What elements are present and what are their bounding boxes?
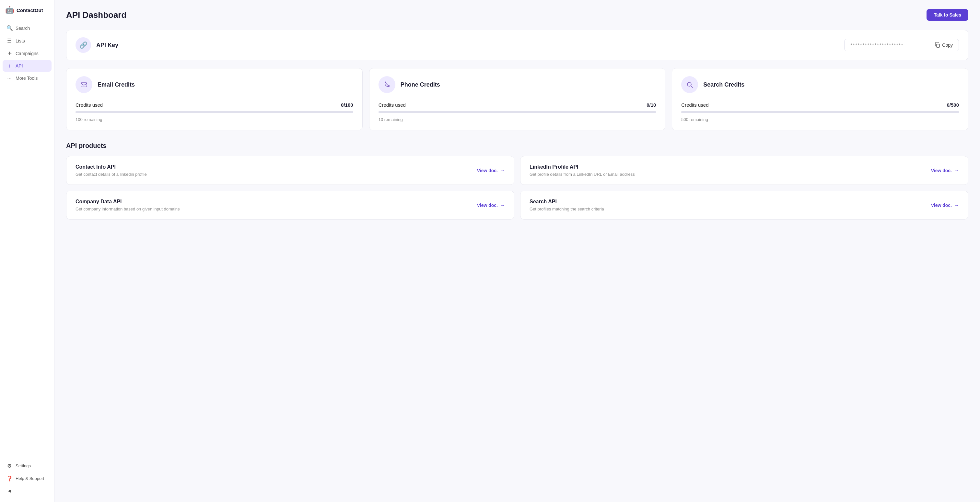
nav-label-search: Search <box>16 25 30 31</box>
product-name-contact-info-api: Contact Info API <box>75 164 147 170</box>
product-info-contact-info-api: Contact Info API Get contact details of … <box>75 164 147 177</box>
api-key-right: Copy <box>844 39 959 51</box>
nav-icon-more-tools: ··· <box>6 75 12 81</box>
credit-icon-email <box>75 76 92 93</box>
page-header: API Dashboard Talk to Sales <box>66 9 968 21</box>
credit-used-value-phone: 0/10 <box>646 102 656 108</box>
bottom-label-help: Help & Support <box>16 476 44 481</box>
credit-used-row-phone: Credits used 0/10 <box>379 102 656 108</box>
view-doc-label-company-data-api: View doc. <box>477 203 498 208</box>
copy-label: Copy <box>942 43 953 48</box>
svg-point-2 <box>687 82 691 86</box>
nav-icon-api: ↑ <box>6 63 12 69</box>
nav-label-campaigns: Campaigns <box>16 51 38 56</box>
sidebar-item-api[interactable]: ↑ API <box>3 60 51 72</box>
product-name-linkedin-profile-api: LinkedIn Profile API <box>530 164 635 170</box>
product-info-linkedin-profile-api: LinkedIn Profile API Get profile details… <box>530 164 635 177</box>
copy-button[interactable]: Copy <box>929 39 959 51</box>
app-name: ContactOut <box>16 8 43 13</box>
credit-card-phone: Phone Credits Credits used 0/10 10 remai… <box>369 68 666 131</box>
credit-used-value-email: 0/100 <box>341 102 353 108</box>
arrow-icon-company-data-api: → <box>500 202 505 208</box>
api-key-card: 🔗 API Key Copy <box>66 30 968 60</box>
credit-title-search: Search Credits <box>703 81 745 88</box>
view-doc-link-contact-info-api[interactable]: View doc. → <box>477 168 505 174</box>
view-doc-label-linkedin-profile-api: View doc. <box>931 168 952 173</box>
product-info-company-data-api: Company Data API Get company information… <box>75 199 180 212</box>
progress-bar-bg-email <box>75 111 353 113</box>
sidebar-bottom-collapse[interactable]: ◄ <box>3 485 51 497</box>
bottom-label-settings: Settings <box>16 464 31 468</box>
product-desc-company-data-api: Get company information based on given i… <box>75 207 180 212</box>
talk-to-sales-button[interactable]: Talk to Sales <box>926 9 968 21</box>
main-content: API Dashboard Talk to Sales 🔗 API Key Co… <box>54 0 980 502</box>
bottom-icon-settings: ⚙ <box>6 463 12 469</box>
nav-label-api: API <box>16 63 23 69</box>
app-logo: 🤖 ContactOut <box>0 0 54 22</box>
sidebar-item-more-tools[interactable]: ··· More Tools <box>3 72 51 84</box>
view-doc-label-contact-info-api: View doc. <box>477 168 498 173</box>
credit-card-email: Email Credits Credits used 0/100 100 rem… <box>66 68 363 131</box>
credit-used-label-phone: Credits used <box>379 102 406 108</box>
progress-bar-bg-search <box>681 111 959 113</box>
view-doc-link-company-data-api[interactable]: View doc. → <box>477 202 505 208</box>
nav-icon-campaigns: ✈ <box>6 50 12 56</box>
progress-bar-bg-phone <box>379 111 656 113</box>
credit-title-phone: Phone Credits <box>401 81 440 88</box>
sidebar-item-search[interactable]: 🔍 Search <box>3 22 51 34</box>
credit-icon-search <box>681 76 698 93</box>
logo-icon: 🤖 <box>5 6 14 14</box>
view-doc-link-linkedin-profile-api[interactable]: View doc. → <box>931 168 959 174</box>
sidebar: 🤖 ContactOut 🔍 Search ☰ Lists ✈ Campaign… <box>0 0 54 502</box>
copy-icon <box>935 43 940 48</box>
api-key-icon: 🔗 <box>75 37 91 53</box>
nav-label-lists: Lists <box>16 38 25 43</box>
product-card-linkedin-profile-api: LinkedIn Profile API Get profile details… <box>520 156 968 185</box>
arrow-icon-search-api: → <box>954 202 959 208</box>
remaining-text-phone: 10 remaining <box>379 117 403 122</box>
remaining-text-search: 500 remaining <box>681 117 708 122</box>
product-name-search-api: Search API <box>530 199 604 205</box>
credit-used-row-search: Credits used 0/500 <box>681 102 959 108</box>
sidebar-item-lists[interactable]: ☰ Lists <box>3 35 51 47</box>
product-card-search-api: Search API Get profiles matching the sea… <box>520 191 968 220</box>
credit-header-search: Search Credits <box>681 76 959 93</box>
credit-card-search: Search Credits Credits used 0/500 500 re… <box>672 68 968 131</box>
product-desc-contact-info-api: Get contact details of a linkedin profil… <box>75 172 147 177</box>
bottom-icon-help: ❓ <box>6 475 12 481</box>
credit-header-phone: Phone Credits <box>379 76 656 93</box>
api-key-input[interactable] <box>845 39 929 51</box>
sidebar-bottom: ⚙ Settings ❓ Help & Support ◄ <box>0 455 54 502</box>
credit-used-row-email: Credits used 0/100 <box>75 102 353 108</box>
product-info-search-api: Search API Get profiles matching the sea… <box>530 199 604 212</box>
credits-row: Email Credits Credits used 0/100 100 rem… <box>66 68 968 131</box>
nav-icon-search: 🔍 <box>6 25 12 31</box>
nav-label-more-tools: More Tools <box>16 76 38 81</box>
bottom-icon-collapse: ◄ <box>6 488 12 494</box>
product-card-company-data-api: Company Data API Get company information… <box>66 191 514 220</box>
svg-rect-1 <box>81 83 87 87</box>
product-card-contact-info-api: Contact Info API Get contact details of … <box>66 156 514 185</box>
arrow-icon-contact-info-api: → <box>500 168 505 174</box>
credit-used-label-email: Credits used <box>75 102 103 108</box>
view-doc-link-search-api[interactable]: View doc. → <box>931 202 959 208</box>
svg-line-3 <box>691 86 692 88</box>
sidebar-nav: 🔍 Search ☰ Lists ✈ Campaigns ↑ API ··· M… <box>0 22 54 455</box>
sidebar-item-campaigns[interactable]: ✈ Campaigns <box>3 47 51 59</box>
arrow-icon-linkedin-profile-api: → <box>954 168 959 174</box>
sidebar-bottom-help[interactable]: ❓ Help & Support <box>3 472 51 484</box>
product-desc-search-api: Get profiles matching the search criteri… <box>530 207 604 212</box>
svg-rect-0 <box>937 44 940 47</box>
credit-used-label-search: Credits used <box>681 102 708 108</box>
credit-header-email: Email Credits <box>75 76 353 93</box>
product-desc-linkedin-profile-api: Get profile details from a LinkedIn URL … <box>530 172 635 177</box>
credit-title-email: Email Credits <box>97 81 135 88</box>
page-title: API Dashboard <box>66 10 126 20</box>
nav-icon-lists: ☰ <box>6 38 12 44</box>
sidebar-bottom-settings[interactable]: ⚙ Settings <box>3 460 51 472</box>
view-doc-label-search-api: View doc. <box>931 203 952 208</box>
product-name-company-data-api: Company Data API <box>75 199 180 205</box>
credit-icon-phone <box>379 76 395 93</box>
products-section-title: API products <box>66 142 968 150</box>
products-grid: Contact Info API Get contact details of … <box>66 156 968 220</box>
